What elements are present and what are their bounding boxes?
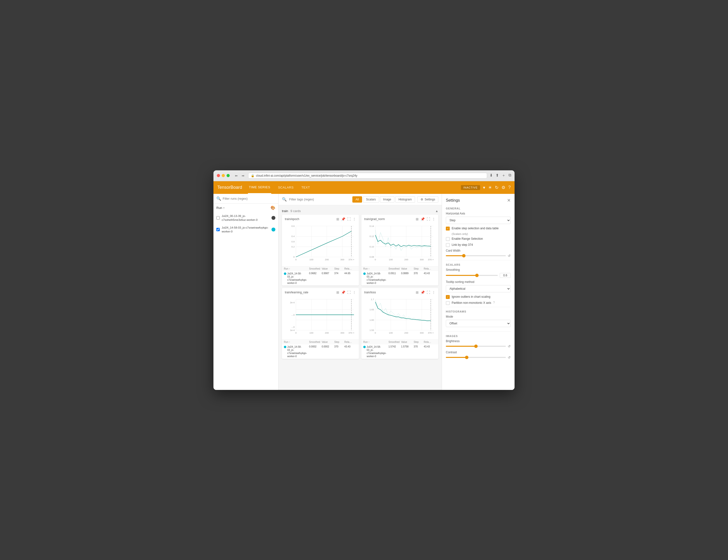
histogram-mode-select[interactable]: Offset Overlay — [446, 320, 511, 327]
tooltip-sort-select[interactable]: Alphabetical Ascending Descending Defaul… — [446, 285, 511, 292]
run-checkbox-0[interactable] — [216, 216, 220, 220]
expand-icon[interactable]: ⛶ — [347, 217, 351, 221]
theme-icon[interactable]: ☀ — [488, 185, 492, 190]
more-icon[interactable]: ⋮ — [353, 217, 356, 221]
dropdown-icon[interactable]: ▾ — [483, 185, 485, 190]
copy-icon[interactable]: ⧉ — [508, 173, 511, 178]
tensorboard-app: TensorBoard TIME SERIES SCALARS TEXT INA… — [213, 181, 515, 390]
run-color-1 — [271, 228, 275, 232]
settings-close-button[interactable]: ✕ — [507, 198, 511, 203]
settings-button[interactable]: ⚙ Settings — [417, 196, 438, 203]
nav-text[interactable]: TEXT — [300, 181, 311, 194]
smoothing-value-input[interactable] — [500, 273, 511, 278]
browser-actions: ⬇ ⬆ ＋ ⧉ — [490, 173, 511, 178]
image-icon[interactable]: ⊞ — [336, 217, 339, 221]
ignore-outliers-checkbox[interactable]: ✓ — [446, 295, 450, 299]
run-label: Run ↑ — [216, 206, 225, 210]
svg-text:300: 300 — [420, 331, 424, 334]
image4-icon[interactable]: ⊞ — [416, 290, 419, 294]
more2-icon[interactable]: ⋮ — [432, 217, 435, 221]
loss-col-value: Value — [401, 341, 414, 343]
smoothing-thumb[interactable] — [475, 274, 479, 277]
help-icon[interactable]: ? — [508, 185, 511, 190]
contrast-thumb[interactable] — [465, 356, 468, 359]
close-traffic-light[interactable] — [217, 174, 220, 177]
grad-norm-chart-svg: 0.08 0.10 0.12 0.14 0 100 200 300 370 × — [364, 224, 436, 265]
lr-col-smoothed: Smoothed — [309, 341, 322, 343]
more3-icon[interactable]: ⋮ — [353, 290, 356, 294]
card-width-thumb[interactable] — [462, 254, 466, 258]
grad-norm-table-header: Run ↑ Smoothed Value Step Rela… — [361, 267, 438, 271]
color-palette-icon[interactable]: 🎨 — [271, 206, 275, 210]
card-lr-header: train/learning_rate ⊞ 📌 ⛶ ⋮ — [282, 288, 359, 296]
tag-filter-input[interactable] — [289, 198, 350, 201]
image2-icon[interactable]: ⊞ — [416, 217, 419, 221]
tab-scalars[interactable]: Scalars — [363, 196, 379, 203]
back-button[interactable]: ⬅ — [234, 173, 239, 178]
partition-help-icon[interactable]: ? — [493, 301, 495, 304]
pin-icon[interactable]: 📌 — [341, 217, 345, 221]
image3-icon[interactable]: ⊞ — [336, 290, 339, 294]
link-by-checkbox[interactable] — [446, 243, 450, 247]
card-width-label: Card Width — [446, 249, 511, 252]
svg-text:1e-4: 1e-4 — [290, 329, 295, 331]
contrast-reset[interactable]: ↺ — [508, 355, 511, 359]
more4-icon[interactable]: ⋮ — [432, 290, 435, 294]
add-tab-icon[interactable]: ＋ — [502, 173, 506, 178]
gn-run-name: Jul24_14-58-03_jo-c7sraeirawfuykgo-worke… — [363, 272, 389, 284]
enable-step-label: Enable step selection and data table — [452, 227, 499, 231]
download-icon[interactable]: ⬇ — [490, 173, 493, 178]
run-checkbox-1[interactable] — [216, 228, 220, 231]
partition-checkbox[interactable] — [446, 301, 450, 305]
refresh-icon[interactable]: ↻ — [495, 185, 499, 190]
run-name-0: Jul24_00-13-39_jo-c7soheih5me3x6uz-worke… — [222, 214, 270, 222]
contrast-fill — [446, 357, 467, 358]
svg-text:1.65: 1.65 — [370, 308, 374, 311]
svg-text:1.7: 1.7 — [371, 298, 374, 300]
address-bar[interactable]: 🔒 cloud.infini-ai.com/api/platform/user/… — [248, 173, 487, 179]
nav-scalars[interactable]: SCALARS — [277, 181, 295, 194]
card-width-reset[interactable]: ↺ — [508, 254, 511, 258]
card-loss: train/loss ⊞ 📌 ⛶ ⋮ — [361, 288, 438, 359]
loss-table-header: Run ↑ Smoothed Value Step Rela… — [361, 340, 438, 344]
settings-panel-header: Settings ✕ — [446, 198, 511, 203]
enable-step-checkbox[interactable]: ✓ — [446, 227, 450, 231]
tab-all[interactable]: All — [352, 196, 362, 203]
enable-range-checkbox[interactable] — [446, 237, 450, 241]
svg-text:0: 0 — [295, 258, 296, 261]
minimize-traffic-light[interactable] — [222, 174, 225, 177]
link-by-row: Link by step 374 — [446, 243, 511, 247]
svg-text:100: 100 — [309, 331, 313, 334]
ignore-outliers-label: Ignore outliers in chart scaling — [452, 295, 490, 299]
maximize-traffic-light[interactable] — [227, 174, 230, 177]
expand4-icon[interactable]: ⛶ — [427, 290, 430, 294]
svg-text:...0: ...0 — [291, 313, 295, 316]
share-icon[interactable]: ⬆ — [496, 173, 499, 178]
gn-col-smoothed: Smoothed — [389, 268, 401, 270]
pin4-icon[interactable]: 📌 — [421, 290, 425, 294]
lr-step: 370 — [334, 345, 345, 358]
general-divider — [446, 260, 511, 261]
run-color-0 — [271, 216, 275, 220]
col-step: Step — [334, 268, 345, 270]
nav-time-series[interactable]: TIME SERIES — [248, 181, 271, 194]
settings-gear-icon[interactable]: ⚙ — [501, 185, 505, 190]
expand2-icon[interactable]: ⛶ — [427, 217, 430, 221]
card-epoch-table: Run ↑ Smoothed Value Step Rela… — [282, 266, 359, 285]
pin3-icon[interactable]: 📌 — [341, 290, 345, 294]
collapse-icon[interactable]: ▲ — [435, 209, 438, 213]
expand3-icon[interactable]: ⛶ — [347, 290, 351, 294]
pin2-icon[interactable]: 📌 — [421, 217, 425, 221]
run-filter-input[interactable] — [223, 197, 275, 201]
brightness-thumb[interactable] — [474, 344, 478, 348]
tab-histogram[interactable]: Histogram — [395, 196, 415, 203]
horizontal-axis-select[interactable]: Step Relative Wall — [446, 217, 511, 224]
tab-image[interactable]: Image — [380, 196, 394, 203]
forward-button[interactable]: ➡ — [240, 173, 246, 178]
brightness-reset[interactable]: ↺ — [508, 344, 511, 348]
contrast-track — [446, 357, 506, 358]
loss-smoothed: 1.5742 — [389, 345, 401, 358]
lr-col-run: Run ↑ — [284, 341, 309, 343]
grad-norm-table-row: Jul24_14-58-03_jo-c7sraeirawfuykgo-worke… — [361, 271, 438, 285]
svg-text:0: 0 — [375, 258, 376, 261]
